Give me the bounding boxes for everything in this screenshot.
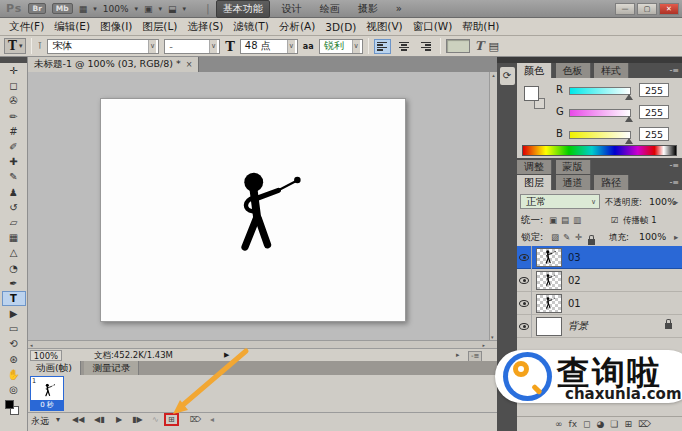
fill-arrow-icon[interactable]: ▸ xyxy=(674,232,678,242)
red-slider[interactable] xyxy=(569,87,631,95)
lock-transparent-icon[interactable]: ▨ xyxy=(551,232,559,242)
layer-row-background[interactable]: 背景 xyxy=(517,315,682,338)
workspace-design[interactable]: 设计 xyxy=(276,1,308,17)
tool-spot-healing[interactable]: ✚ xyxy=(2,154,26,169)
tool-history-brush[interactable]: ↺ xyxy=(2,200,26,215)
color-panel-menu-icon[interactable]: -≡ xyxy=(669,66,679,75)
layer-row-01[interactable]: 01 xyxy=(517,292,682,315)
font-size-select[interactable]: 48 点 ∨ xyxy=(240,39,298,54)
tool-lasso[interactable]: ✇ xyxy=(2,93,26,108)
controls-scroll-left-icon[interactable]: ◂ xyxy=(210,415,214,424)
arrange-dropdown-icon[interactable]: ▾ xyxy=(158,5,162,13)
tab-paths[interactable]: 路径 xyxy=(594,175,629,190)
layer-group-icon[interactable]: ❏ xyxy=(610,419,618,429)
arrange-documents-icon[interactable]: ▣ xyxy=(144,4,153,14)
layer-mask-icon[interactable]: ◻ xyxy=(583,419,590,429)
menu-window[interactable]: 窗口(W) xyxy=(408,20,458,34)
layer-row-03[interactable]: 03 xyxy=(517,246,682,269)
tween-button[interactable]: ∿ xyxy=(152,415,159,424)
menu-3d[interactable]: 3D(D) xyxy=(320,21,361,33)
loop-dropdown-icon[interactable]: ▾ xyxy=(56,415,60,424)
workspace-photography[interactable]: 摄影 xyxy=(352,1,384,17)
minibridge-button[interactable]: Mb xyxy=(52,3,73,15)
toggle-panels-icon[interactable]: ▤ xyxy=(489,40,499,53)
tool-dodge[interactable]: ◔ xyxy=(2,260,26,275)
layer-name[interactable]: 背景 xyxy=(568,319,588,333)
tab-channels[interactable]: 通道 xyxy=(556,175,591,190)
tab-adjustments[interactable]: 调整 xyxy=(517,160,552,174)
view-extras-dropdown-icon[interactable]: ▾ xyxy=(93,5,97,13)
menu-view[interactable]: 视图(V) xyxy=(361,20,407,34)
screen-mode-icon[interactable]: ⬓ xyxy=(168,4,177,14)
workspace-painting[interactable]: 绘画 xyxy=(314,1,346,17)
tool-pen[interactable]: ✒ xyxy=(2,276,26,291)
eye-icon[interactable] xyxy=(519,254,529,261)
align-right-button[interactable] xyxy=(418,39,435,54)
zoom-dropdown-icon[interactable]: ▾ xyxy=(134,5,138,13)
red-value-field[interactable]: 255 xyxy=(639,83,669,97)
menu-layer[interactable]: 图层(L) xyxy=(137,20,182,34)
restore-button[interactable]: ▢ xyxy=(637,3,657,15)
first-frame-button[interactable]: ◀◀ xyxy=(72,415,84,424)
status-zoom-field[interactable]: 100% xyxy=(30,350,62,361)
layer-name[interactable]: 01 xyxy=(568,298,581,309)
document-tab[interactable]: 未标题-1 @ 100% (03, RGB/8) * × xyxy=(28,57,199,72)
blue-slider-thumb[interactable] xyxy=(625,138,633,144)
view-extras-icon[interactable]: ▦ xyxy=(79,4,88,14)
minimize-button[interactable]: — xyxy=(615,3,635,15)
close-button[interactable]: ✕ xyxy=(659,3,679,15)
tool-quick-selection[interactable]: ✏ xyxy=(2,109,26,124)
new-frame-button-highlighted[interactable]: ⊞ xyxy=(164,413,179,426)
type-tool-preset[interactable]: T ▾ xyxy=(4,38,26,54)
tool-move[interactable]: ✛ xyxy=(2,63,26,78)
layer-name[interactable]: 03 xyxy=(568,252,581,263)
font-family-select[interactable]: 宋体 ∨ xyxy=(47,39,159,54)
foreground-color-swatch[interactable] xyxy=(5,400,14,409)
menu-analysis[interactable]: 分析(A) xyxy=(274,20,320,34)
visibility-cell[interactable] xyxy=(517,246,532,269)
tool-blur[interactable]: △ xyxy=(2,245,26,260)
warp-text-icon[interactable]: T xyxy=(475,39,484,53)
delete-frame-button[interactable]: ⌦ xyxy=(190,415,201,424)
tool-rectangle[interactable]: ▭ xyxy=(2,321,26,336)
tool-3d-rotate[interactable]: ⟲ xyxy=(2,336,26,351)
tool-rectangular-marquee[interactable]: ◻ xyxy=(2,78,26,93)
tab-measurement-log[interactable]: 测量记录 xyxy=(84,361,139,375)
layer-style-icon[interactable]: fx xyxy=(569,419,578,429)
horizontal-scrollbar[interactable]: ◂ ▸ xyxy=(28,340,497,348)
bridge-button[interactable]: Br xyxy=(28,3,45,15)
link-layers-icon[interactable]: ∞ xyxy=(555,419,563,429)
menu-help[interactable]: 帮助(H) xyxy=(457,20,504,34)
workspace-essentials[interactable]: 基本功能 xyxy=(216,0,270,18)
tab-animation-frames[interactable]: 动画(帧) xyxy=(28,361,81,375)
foreground-background-swatches[interactable] xyxy=(2,399,26,417)
visibility-cell[interactable] xyxy=(517,292,532,315)
tool-gradient[interactable]: ▦ xyxy=(2,230,26,245)
lock-image-icon[interactable]: ✎ xyxy=(563,232,570,242)
lock-position-icon[interactable]: ✛ xyxy=(575,232,582,242)
loop-selector[interactable]: 永远 xyxy=(31,415,49,428)
unify-style-icon[interactable]: ▥ xyxy=(573,215,581,225)
new-layer-icon[interactable]: ⊞ xyxy=(624,419,632,429)
frame-delay-selector[interactable]: 0 秒 xyxy=(31,400,63,410)
tool-clone-stamp[interactable]: ♟ xyxy=(2,185,26,200)
green-slider[interactable] xyxy=(569,109,631,117)
menu-select[interactable]: 选择(S) xyxy=(182,20,228,34)
tool-type[interactable]: T xyxy=(2,291,26,306)
tool-zoom[interactable]: ◎ xyxy=(2,382,26,397)
menu-image[interactable]: 图像(I) xyxy=(95,20,137,34)
unify-visibility-icon[interactable]: ▤ xyxy=(561,215,569,225)
eye-icon[interactable] xyxy=(519,300,529,307)
eye-icon[interactable] xyxy=(519,323,529,330)
tab-color[interactable]: 颜色 xyxy=(517,63,552,78)
play-button[interactable]: ▶ xyxy=(116,415,122,424)
menu-filter[interactable]: 滤镜(T) xyxy=(228,20,274,34)
layer-thumbnail[interactable] xyxy=(536,294,562,313)
green-value-field[interactable]: 255 xyxy=(639,105,669,119)
opacity-arrow-icon[interactable]: ▸ xyxy=(674,197,678,207)
tool-3d-orbit[interactable]: ⊛ xyxy=(2,352,26,367)
adjustment-layer-icon[interactable]: ◕ xyxy=(596,419,604,429)
tab-layers[interactable]: 图层 xyxy=(517,175,552,190)
fill-value[interactable]: 100% xyxy=(639,231,666,242)
status-flyout-icon[interactable]: ▶ xyxy=(224,351,229,359)
